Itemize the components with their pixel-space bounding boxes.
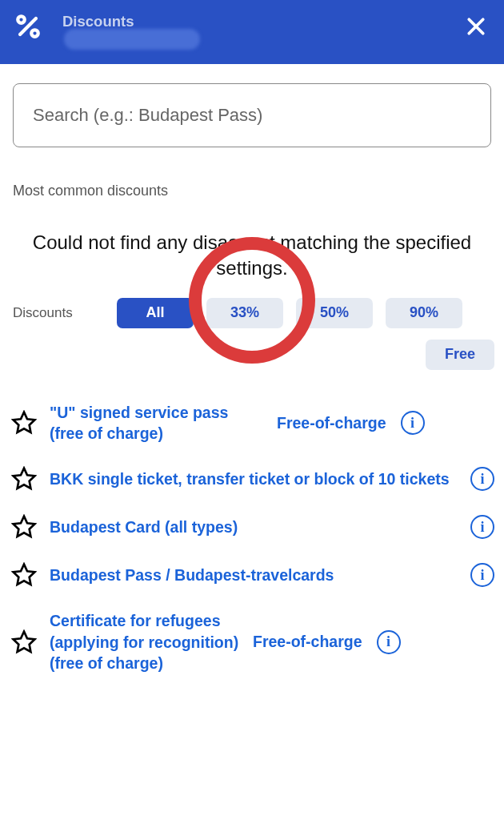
percent-icon (14, 13, 42, 43)
list-item: Budapest Pass / Budapest-travelcards i (11, 551, 494, 599)
filter-chips: All 33% 50% 90% (117, 298, 494, 328)
close-button[interactable] (464, 14, 488, 42)
favorite-button[interactable] (11, 562, 37, 588)
favorite-button[interactable] (11, 514, 37, 540)
svg-point-0 (18, 16, 25, 23)
svg-marker-9 (14, 632, 35, 652)
info-button[interactable]: i (401, 411, 425, 435)
header-title: Discounts (62, 13, 134, 30)
filter-chip-50[interactable]: 50% (296, 298, 373, 328)
star-icon (11, 466, 37, 492)
filter-chips-row2: Free (0, 328, 504, 376)
info-button[interactable]: i (377, 630, 401, 654)
info-button[interactable]: i (470, 515, 494, 539)
favorite-button[interactable] (11, 410, 37, 436)
svg-marker-8 (14, 565, 35, 585)
info-button[interactable]: i (470, 467, 494, 491)
svg-marker-7 (14, 517, 35, 537)
filter-chip-free[interactable]: Free (426, 340, 494, 370)
favorite-button[interactable] (11, 629, 37, 655)
svg-marker-6 (14, 468, 35, 488)
filter-chip-all[interactable]: All (117, 298, 194, 328)
filters-label: Discounts (13, 305, 102, 321)
list-item: "U" signed service pass (free of charge)… (11, 391, 494, 456)
discount-link[interactable]: Budapest Card (all types) (45, 517, 462, 537)
close-icon (464, 14, 488, 38)
discount-list: "U" signed service pass (free of charge)… (0, 376, 504, 685)
discount-link[interactable]: Budapest Pass / Budapest-travelcards (45, 565, 462, 585)
search-container (0, 64, 504, 147)
filters-row: Discounts All 33% 50% 90% (0, 290, 504, 328)
search-input[interactable] (13, 83, 491, 147)
info-icon: i (480, 567, 484, 584)
info-icon: i (386, 633, 390, 650)
discount-link[interactable]: Certificate for refugees (applying for r… (45, 610, 245, 673)
favorite-button[interactable] (11, 466, 37, 492)
star-icon (11, 514, 37, 540)
section-label: Most common discounts (0, 147, 504, 199)
list-item: Budapest Card (all types) i (11, 503, 494, 551)
no-results-message: Could not find any disacount matching th… (0, 199, 504, 290)
list-item: BKK single ticket, transfer ticket or bl… (11, 455, 494, 503)
discount-link[interactable]: BKK single ticket, transfer ticket or bl… (45, 468, 462, 489)
discount-link[interactable]: "U" signed service pass (free of charge) (45, 402, 269, 444)
discount-badge: Free-of-charge (277, 414, 393, 432)
star-icon (11, 410, 37, 436)
info-icon: i (480, 471, 484, 488)
filter-chip-90[interactable]: 90% (386, 298, 462, 328)
svg-point-1 (31, 30, 38, 37)
discount-badge: Free-of-charge (253, 633, 369, 651)
header: Discounts (0, 0, 504, 64)
header-smudge (64, 29, 200, 50)
info-icon: i (480, 519, 484, 536)
list-item: Certificate for refugees (applying for r… (11, 599, 494, 685)
star-icon (11, 629, 37, 655)
star-icon (11, 562, 37, 588)
info-icon: i (410, 415, 414, 432)
svg-marker-5 (14, 412, 35, 432)
info-button[interactable]: i (470, 563, 494, 587)
filter-chip-33[interactable]: 33% (206, 298, 283, 328)
